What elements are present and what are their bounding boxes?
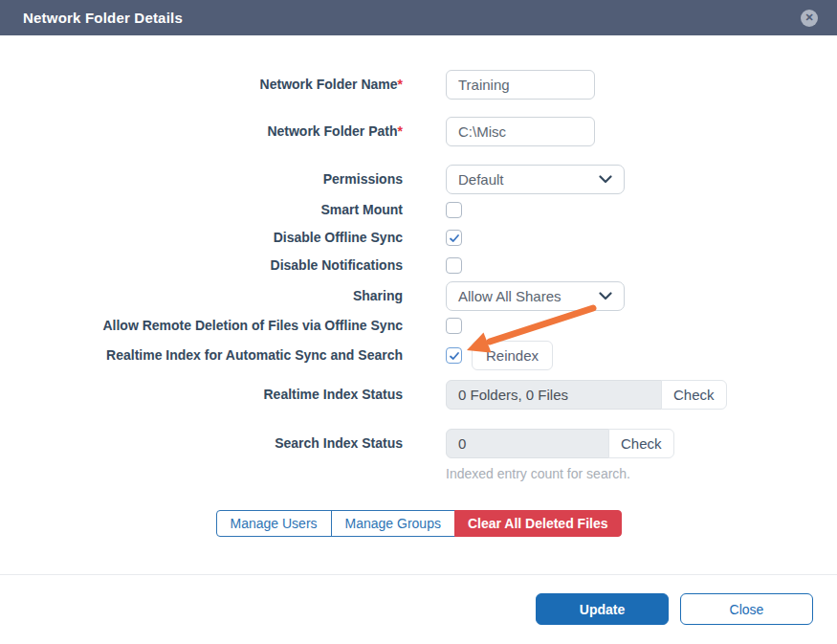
close-icon[interactable]: ✕: [801, 10, 818, 27]
allow-remote-deletion-label: Allow Remote Deletion of Files via Offli…: [0, 318, 403, 334]
field-row-disable-notifications: Disable Notifications: [0, 257, 837, 274]
field-row-name: Network Folder Name*: [0, 70, 837, 100]
name-label: Network Folder Name*: [0, 77, 403, 93]
dialog-title: Network Folder Details: [23, 10, 183, 26]
folder-name-input[interactable]: [446, 70, 595, 100]
field-row-realtime-status: Realtime Index Status 0 Folders, 0 Files…: [0, 380, 837, 410]
disable-offline-sync-label: Disable Offline Sync: [0, 230, 403, 246]
chevron-down-icon: [599, 292, 612, 300]
sharing-selected-value: Allow All Shares: [458, 288, 562, 304]
sharing-select[interactable]: Allow All Shares: [446, 281, 625, 311]
dialog-footer: Update Close: [0, 574, 837, 644]
realtime-index-label: Realtime Index for Automatic Sync and Se…: [0, 347, 403, 364]
field-row-allow-remote-deletion: Allow Remote Deletion of Files via Offli…: [0, 318, 837, 334]
dialog-actions: Manage Users Manage Groups Clear All Del…: [0, 510, 837, 537]
realtime-index-checkbox[interactable]: [446, 347, 462, 364]
manage-users-button[interactable]: Manage Users: [216, 510, 332, 537]
field-row-search-help: Indexed entry count for search.: [0, 466, 837, 481]
permissions-select[interactable]: Default: [446, 165, 625, 194]
field-row-path: Network Folder Path*: [0, 117, 837, 146]
field-row-permissions: Permissions Default: [0, 165, 837, 194]
search-status-help-text: Indexed entry count for search.: [446, 466, 837, 481]
folder-path-input[interactable]: [446, 117, 595, 146]
field-row-smart-mount: Smart Mount: [0, 202, 837, 218]
network-folder-details-dialog: Network Folder Details ✕ Network Folder …: [0, 0, 837, 644]
checkmark-icon: [449, 350, 460, 362]
field-row-realtime-index: Realtime Index for Automatic Sync and Se…: [0, 341, 837, 370]
smart-mount-label: Smart Mount: [0, 202, 403, 218]
realtime-status-check-button[interactable]: Check: [661, 380, 727, 410]
field-row-disable-offline-sync: Disable Offline Sync: [0, 230, 837, 246]
disable-offline-sync-checkbox[interactable]: [446, 230, 462, 246]
field-row-search-status: Search Index Status 0 Check: [0, 429, 837, 458]
update-button[interactable]: Update: [536, 593, 669, 625]
dialog-body: Network Folder Name* Network Folder Path…: [0, 35, 837, 644]
chevron-down-icon: [599, 175, 612, 184]
smart-mount-checkbox[interactable]: [446, 202, 462, 218]
sharing-label: Sharing: [0, 288, 403, 304]
dialog-header: Network Folder Details ✕: [0, 0, 837, 35]
realtime-status-label: Realtime Index Status: [0, 387, 403, 403]
disable-notifications-label: Disable Notifications: [0, 257, 403, 274]
reindex-button[interactable]: Reindex: [472, 341, 553, 370]
required-asterisk: *: [398, 123, 403, 139]
checkmark-icon: [449, 233, 460, 244]
allow-remote-deletion-checkbox[interactable]: [446, 318, 462, 334]
search-status-label: Search Index Status: [0, 435, 403, 452]
permissions-selected-value: Default: [458, 171, 504, 188]
permissions-label: Permissions: [0, 171, 403, 188]
action-button-group: Manage Users Manage Groups Clear All Del…: [216, 510, 622, 537]
close-button[interactable]: Close: [680, 593, 813, 625]
path-label: Network Folder Path*: [0, 123, 403, 140]
disable-notifications-checkbox[interactable]: [446, 257, 462, 274]
realtime-status-value: 0 Folders, 0 Files: [446, 380, 662, 410]
required-asterisk: *: [398, 77, 403, 92]
search-status-check-button[interactable]: Check: [608, 429, 674, 458]
realtime-status-group: 0 Folders, 0 Files Check: [446, 380, 837, 410]
search-status-group: 0 Check: [446, 429, 837, 458]
field-row-sharing: Sharing Allow All Shares: [0, 281, 837, 311]
search-status-value: 0: [446, 429, 609, 458]
clear-all-deleted-files-button[interactable]: Clear All Deleted Files: [454, 510, 622, 537]
manage-groups-button[interactable]: Manage Groups: [331, 510, 455, 537]
